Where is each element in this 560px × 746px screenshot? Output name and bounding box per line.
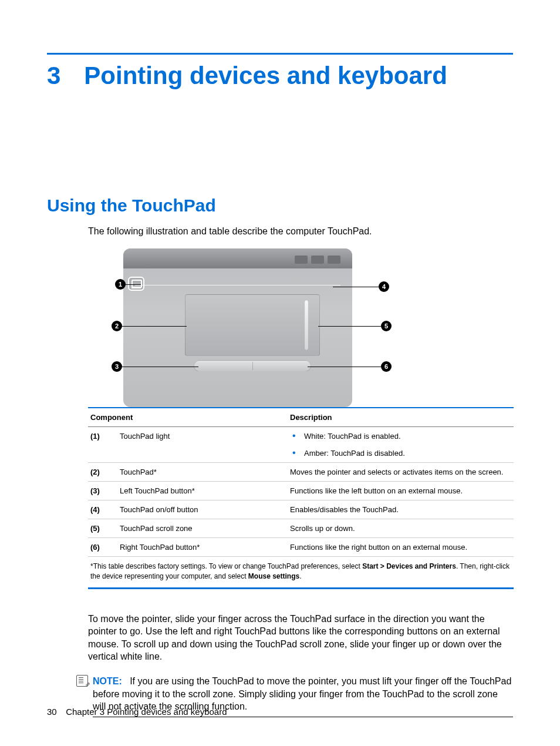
row-num: (3) (90, 486, 120, 495)
table-row: (5) TouchPad scroll zone Scrolls up or d… (88, 519, 514, 538)
callout-6: 6 (381, 361, 392, 372)
row-desc: Scrolls up or down. (290, 524, 511, 533)
row-num: (1) (90, 432, 120, 441)
footnote-part: *This table describes factory settings. … (90, 562, 362, 570)
row-name: TouchPad on/off button (120, 505, 290, 514)
section-intro: The following illustration and table des… (88, 226, 513, 237)
chapter-title: Pointing devices and keyboard (84, 62, 447, 90)
bullet-item: Amber: TouchPad is disabled. (290, 449, 511, 458)
row-desc: Enables/disables the TouchPad. (290, 505, 511, 514)
header-description: Description (290, 413, 511, 422)
table-row: (2) TouchPad* Moves the pointer and sele… (88, 463, 514, 482)
body-paragraph: To move the pointer, slide your finger a… (88, 613, 513, 663)
row-desc: Functions like the right button on an ex… (290, 543, 511, 552)
bullet-item: White: TouchPad is enabled. (290, 432, 511, 441)
row-num: (6) (90, 543, 120, 552)
scroll-zone (305, 300, 308, 350)
chapter-heading: 3 Pointing devices and keyboard (47, 62, 513, 90)
footnote-bold: Mouse settings (248, 572, 299, 580)
footer-chapter-label: Chapter 3 Pointing devices and keyboard (66, 707, 227, 717)
table-row: (3) Left TouchPad button* Functions like… (88, 482, 514, 500)
page-number: 30 (47, 707, 63, 717)
page-footer: 30 Chapter 3 Pointing devices and keyboa… (47, 707, 227, 717)
component-table: Component Description (1) TouchPad light… (88, 407, 514, 589)
touchpad-buttons-bar (194, 360, 311, 372)
row-name: TouchPad* (120, 468, 290, 476)
touchpad-surface (185, 294, 320, 356)
callout-4: 4 (379, 281, 389, 292)
touchpad-illustration: 1 2 3 4 5 6 (88, 248, 513, 407)
row-desc: Moves the pointer and selects or activat… (290, 468, 511, 476)
footnote-part: . (299, 572, 301, 580)
callout-2: 2 (112, 321, 122, 331)
callout-3: 3 (112, 361, 122, 372)
table-footnote: *This table describes factory settings. … (88, 557, 514, 589)
row-desc: White: TouchPad is enabled. Amber: Touch… (290, 432, 511, 458)
row-name: Right TouchPad button* (120, 543, 290, 552)
chapter-top-rule (47, 53, 513, 55)
row-desc: Functions like the left button on an ext… (290, 486, 511, 495)
table-row: (4) TouchPad on/off button Enables/disab… (88, 500, 514, 519)
table-row: (6) Right TouchPad button* Functions lik… (88, 538, 514, 557)
note-label: NOTE: (93, 676, 122, 686)
row-num: (2) (90, 468, 120, 476)
table-header-row: Component Description (88, 407, 514, 427)
callout-1: 1 (115, 279, 126, 290)
chapter-number: 3 (47, 62, 60, 90)
header-component: Component (90, 413, 290, 422)
table-row: (1) TouchPad light White: TouchPad is en… (88, 427, 514, 463)
row-num: (5) (90, 524, 120, 533)
footnote-bold: Start > Devices and Printers (362, 562, 456, 570)
callout-5: 5 (381, 321, 392, 331)
row-name: TouchPad light (120, 432, 290, 441)
row-name: Left TouchPad button* (120, 486, 290, 495)
row-num: (4) (90, 505, 120, 514)
note-icon (76, 675, 88, 687)
row-name: TouchPad scroll zone (120, 524, 290, 533)
section-heading: Using the TouchPad (47, 196, 513, 216)
